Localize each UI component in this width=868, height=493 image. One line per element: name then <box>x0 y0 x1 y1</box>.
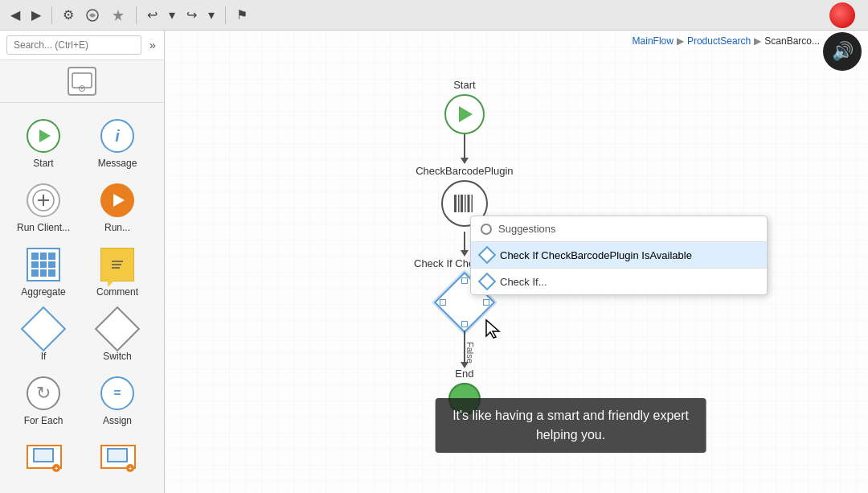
start-node[interactable] <box>444 94 485 134</box>
collapse-button[interactable]: » <box>146 37 159 53</box>
redo-button[interactable]: ↪ <box>182 5 201 25</box>
back-button[interactable]: ◀ <box>6 5 24 25</box>
subtitle-line1: It's like having a smart and friendly ex… <box>452 409 689 422</box>
toolbar-separator-1 <box>51 6 52 24</box>
sparkle-button[interactable] <box>107 6 129 25</box>
aggregate-label: Aggregate <box>21 286 65 298</box>
svg-marker-1 <box>113 10 124 21</box>
switch-label: Switch <box>103 351 131 362</box>
connect-button[interactable] <box>81 6 104 25</box>
tablet-svg <box>71 72 93 90</box>
message-icon-container: i <box>99 117 136 154</box>
main-area: » Start i <box>0 31 868 493</box>
svg-rect-2 <box>72 73 92 88</box>
suggestion-header: Suggestions <box>471 216 767 242</box>
arrow-1 <box>464 134 465 158</box>
switch-icon-container <box>99 310 136 347</box>
suggestion-popup: Suggestions Check If CheckBarcodePlugin … <box>470 216 768 295</box>
forward-play-button[interactable]: ▶ <box>27 5 45 25</box>
search-bar: » <box>0 31 164 60</box>
toolbar-separator-2 <box>136 6 137 24</box>
flag-button[interactable]: ⚑ <box>232 5 252 25</box>
comment-icon <box>100 248 134 281</box>
suggestion-radio <box>481 224 492 235</box>
panel-item-switch[interactable]: Switch <box>80 304 154 368</box>
sparkle-icon <box>111 8 125 23</box>
toolbar-separator-3 <box>225 6 226 24</box>
suggestion-title: Suggestions <box>498 223 556 235</box>
panel-item-bottom2[interactable]: + <box>80 433 154 486</box>
sound-button[interactable]: 🔊 <box>823 32 862 71</box>
breadcrumb-arrow-1: ▶ <box>677 35 684 47</box>
device-icon[interactable] <box>68 67 96 96</box>
svg-point-3 <box>81 87 83 88</box>
run-label: Run... <box>104 222 130 233</box>
handle-bottom <box>461 321 468 327</box>
false-label: False <box>465 342 475 364</box>
connect-icon <box>85 8 100 23</box>
bottom2-icon: + <box>99 443 136 472</box>
if-icon-wrapper <box>25 310 62 347</box>
bottom1-icon: + <box>25 443 62 472</box>
breadcrumb-arrow-2: ▶ <box>754 35 761 47</box>
left-panel: » Start i <box>0 31 165 493</box>
panel-item-assign[interactable]: = Assign <box>80 368 154 433</box>
handle-right <box>483 299 489 306</box>
breadcrumb-productsearch[interactable]: ProductSearch <box>687 35 751 47</box>
suggestion-item-2[interactable]: Check If... <box>471 269 767 294</box>
start-icon <box>27 119 60 153</box>
svg-rect-10 <box>454 195 457 212</box>
undo-button[interactable]: ↩ <box>143 5 162 25</box>
run-icon-container <box>99 182 136 219</box>
run-icon <box>100 183 134 217</box>
if-icon <box>21 306 67 352</box>
toolbar: ◀ ▶ ⚙ ↩ ▾ ↪ ▾ ⚑ <box>0 0 868 31</box>
message-label: Message <box>98 158 137 169</box>
end-node-label: End <box>455 368 473 380</box>
run-client-svg <box>31 188 55 212</box>
panel-item-run-client[interactable]: Run Client... <box>6 175 80 240</box>
breadcrumb-current: ScanBarco... <box>764 35 820 47</box>
panel-item-bottom1[interactable]: + <box>6 433 80 486</box>
subtitle-line2: helping you. <box>536 428 605 442</box>
redo-dropdown-button[interactable]: ▾ <box>204 5 219 25</box>
handle-top <box>461 277 468 284</box>
breadcrumb-mainflow[interactable]: MainFlow <box>633 35 674 47</box>
start-icon-container <box>25 117 62 154</box>
barcode-svg <box>451 190 478 217</box>
run-client-label: Run Client... <box>17 222 70 233</box>
panel-item-comment[interactable]: Comment <box>80 240 154 304</box>
suggestion-item-2-icon <box>478 273 497 291</box>
assign-icon: = <box>100 376 134 410</box>
panel-item-aggregate[interactable]: Aggregate <box>6 240 80 304</box>
aggregate-icon <box>27 248 60 281</box>
handle-left <box>440 299 446 306</box>
switch-icon <box>95 306 141 352</box>
suggestion-item-1[interactable]: Check If CheckBarcodePlugin IsAvailable <box>471 242 767 269</box>
panel-item-run[interactable]: Run... <box>80 175 154 240</box>
if-label: If <box>41 351 47 362</box>
start-label: Start <box>33 158 53 169</box>
run-client-icon <box>27 183 60 217</box>
assign-label: Assign <box>103 415 132 426</box>
canvas-area: MainFlow ▶ ProductSearch ▶ ScanBarco... … <box>165 31 868 493</box>
panel-item-if[interactable]: If <box>6 304 80 368</box>
undo-dropdown-button[interactable]: ▾ <box>165 5 179 25</box>
svg-rect-15 <box>471 195 473 212</box>
suggestion-item-2-label: Check If... <box>500 276 547 288</box>
settings-button[interactable]: ⚙ <box>59 5 78 25</box>
svg-rect-13 <box>465 195 466 212</box>
svg-rect-11 <box>458 195 460 212</box>
app-logo <box>829 2 855 28</box>
run-client-icon-container <box>25 182 62 219</box>
svg-rect-14 <box>467 195 469 212</box>
search-input[interactable] <box>6 35 141 55</box>
subtitle-bar: It's like having a smart and friendly ex… <box>435 398 706 453</box>
panel-item-message[interactable]: i Message <box>80 111 154 175</box>
panel-item-start[interactable]: Start <box>6 111 80 175</box>
suggestion-item-1-label: Check If CheckBarcodePlugin IsAvailable <box>500 249 692 261</box>
breadcrumb: MainFlow ▶ ProductSearch ▶ ScanBarco... <box>633 35 820 47</box>
panel-item-foreach[interactable]: ↻ For Each <box>6 368 80 433</box>
switch-icon-wrapper <box>99 310 136 347</box>
false-arrow-container: False <box>464 331 465 363</box>
